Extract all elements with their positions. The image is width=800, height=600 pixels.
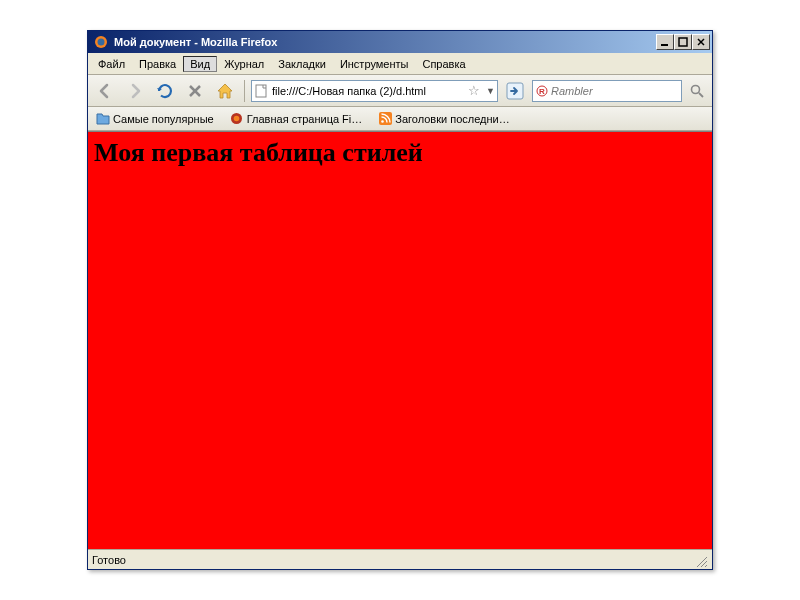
svg-text:R: R xyxy=(539,87,545,96)
menu-view[interactable]: Вид xyxy=(183,56,217,72)
menu-tools[interactable]: Инструменты xyxy=(333,56,416,72)
reload-button[interactable] xyxy=(152,78,178,104)
bookmark-star-icon[interactable]: ☆ xyxy=(468,83,482,98)
folder-icon xyxy=(96,112,110,126)
status-text: Готово xyxy=(92,554,692,566)
url-input[interactable] xyxy=(272,85,464,97)
firefox-small-icon xyxy=(230,112,244,126)
browser-window: Мой документ - Mozilla Firefox Файл Прав… xyxy=(87,30,713,570)
menu-history[interactable]: Журнал xyxy=(217,56,271,72)
bookmark-label: Самые популярные xyxy=(113,113,214,125)
url-dropdown-icon[interactable]: ▼ xyxy=(486,86,495,96)
back-button[interactable] xyxy=(92,78,118,104)
navigation-toolbar: ☆ ▼ R xyxy=(88,75,712,107)
svg-line-13 xyxy=(699,93,703,97)
svg-point-15 xyxy=(234,116,240,122)
svg-rect-2 xyxy=(661,44,668,46)
svg-rect-8 xyxy=(256,85,266,97)
address-bar[interactable]: ☆ ▼ xyxy=(251,80,498,102)
home-button[interactable] xyxy=(212,78,238,104)
bookmarks-toolbar: Самые популярные Главная страница Fi… За… xyxy=(88,107,712,131)
svg-point-1 xyxy=(98,39,105,46)
page-heading: Моя первая таблица стилей xyxy=(88,132,712,174)
menu-file[interactable]: Файл xyxy=(91,56,132,72)
svg-point-17 xyxy=(381,120,384,123)
toolbar-divider xyxy=(244,80,245,102)
svg-line-20 xyxy=(705,565,707,567)
bookmark-label: Главная страница Fi… xyxy=(247,113,363,125)
stop-button[interactable] xyxy=(182,78,208,104)
search-go-button[interactable] xyxy=(686,80,708,102)
search-engine-icon[interactable]: R xyxy=(536,84,548,98)
menubar: Файл Правка Вид Журнал Закладки Инструме… xyxy=(88,53,712,75)
rss-icon xyxy=(378,112,392,126)
search-input[interactable] xyxy=(551,85,690,97)
bookmark-firefox-home[interactable]: Главная страница Fi… xyxy=(226,110,367,128)
resize-grip-icon[interactable] xyxy=(692,552,708,568)
bookmark-most-visited[interactable]: Самые популярные xyxy=(92,110,218,128)
titlebar: Мой документ - Mozilla Firefox xyxy=(88,31,712,53)
forward-button[interactable] xyxy=(122,78,148,104)
menu-bookmarks[interactable]: Закладки xyxy=(271,56,333,72)
menu-edit[interactable]: Правка xyxy=(132,56,183,72)
close-button[interactable] xyxy=(692,34,710,50)
page-content: Моя первая таблица стилей xyxy=(88,131,712,549)
svg-rect-3 xyxy=(679,38,687,46)
statusbar: Готово xyxy=(88,549,712,569)
search-bar[interactable]: R xyxy=(532,80,682,102)
bookmark-label: Заголовки последни… xyxy=(395,113,509,125)
firefox-icon xyxy=(93,34,109,50)
go-button[interactable] xyxy=(502,78,528,104)
page-icon xyxy=(254,84,268,98)
svg-point-12 xyxy=(692,85,700,93)
window-title: Мой документ - Mozilla Firefox xyxy=(112,36,656,48)
menu-help[interactable]: Справка xyxy=(415,56,472,72)
bookmark-latest-headlines[interactable]: Заголовки последни… xyxy=(374,110,513,128)
maximize-button[interactable] xyxy=(674,34,692,50)
minimize-button[interactable] xyxy=(656,34,674,50)
